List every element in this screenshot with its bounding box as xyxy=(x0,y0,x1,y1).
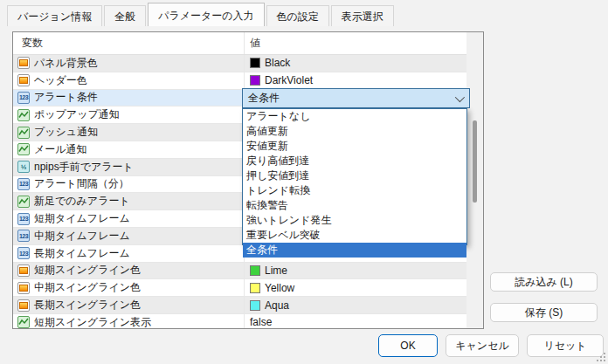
param-name: プッシュ通知 xyxy=(34,125,98,140)
param-name-cell: 長期スイングライン色 xyxy=(13,297,244,313)
scrollbar-thumb[interactable] xyxy=(473,120,477,203)
param-name: 長期タイムフレーム xyxy=(34,246,130,261)
param-name: アラート間隔（分） xyxy=(34,176,129,191)
chevron-down-icon xyxy=(455,92,465,101)
param-name-cell: 123 長期タイムフレーム xyxy=(13,245,244,262)
param-value-cell: Black xyxy=(244,55,466,72)
save-button[interactable]: 保存 (S) xyxy=(490,303,598,322)
cancel-button[interactable]: キャンセル xyxy=(446,334,519,357)
chart-icon xyxy=(17,143,30,155)
numeric-icon: 123 xyxy=(17,92,30,104)
param-value: DarkViolet xyxy=(265,74,313,86)
param-name-cell: プッシュ通知 xyxy=(13,124,244,141)
column-header-variable: 変数 xyxy=(13,36,244,51)
table-row[interactable]: 短期スイングライン色 Lime xyxy=(13,263,466,280)
dropdown-item[interactable]: トレンド転換 xyxy=(243,183,466,198)
param-name: npips手前でアラート xyxy=(34,160,134,175)
column-header-value: 値 xyxy=(244,32,466,54)
param-value-cell: Yellow xyxy=(244,279,466,296)
chart-icon xyxy=(17,316,30,328)
param-name-cell: 短期スイングライン色 xyxy=(13,263,244,279)
combobox-value: 全条件 xyxy=(248,91,280,106)
param-name-cell: 123 中期タイムフレーム xyxy=(13,228,244,244)
param-name: ヘッダー色 xyxy=(34,73,87,88)
color-swatch-icon xyxy=(17,282,30,294)
param-name: ポップアップ通知 xyxy=(34,107,120,122)
dropdown-item[interactable]: 高値更新 xyxy=(243,124,466,139)
table-header-row: 変数 値 xyxy=(13,32,466,55)
param-name: 短期スイングライン色 xyxy=(34,263,141,278)
color-swatch-icon xyxy=(17,74,30,86)
tab-active[interactable]: パラメーターの入力 xyxy=(148,3,264,26)
param-name-cell: 123 アラート条件 xyxy=(13,90,244,106)
param-name: 新足でのみアラート xyxy=(34,194,130,209)
indicator-settings-dialog: バージョン情報全般パラメーターの入力色の設定表示選択 変数 値 パネル背景色 B… xyxy=(0,0,608,364)
numeric-icon: 123 xyxy=(17,178,30,190)
param-name-cell: 123 短期タイムフレーム xyxy=(13,210,244,227)
param-name: 中期スイングライン色 xyxy=(34,280,141,295)
chart-icon xyxy=(17,127,30,139)
param-value-cell: Aqua xyxy=(244,297,466,313)
table-row[interactable]: パネル背景色 Black xyxy=(13,55,466,72)
table-row[interactable]: 短期スイングライン表示 false xyxy=(13,314,466,328)
table-row[interactable]: 長期スイングライン色 Aqua xyxy=(13,297,466,314)
param-value: Aqua xyxy=(265,299,289,312)
param-value-cell: false xyxy=(244,314,466,328)
param-name-cell: ヘッダー色 xyxy=(13,72,244,89)
tab-item[interactable]: 色の設定 xyxy=(266,5,329,26)
table-row[interactable]: ヘッダー色 DarkViolet xyxy=(13,72,466,90)
numeric-icon: 123 xyxy=(17,247,30,259)
param-value: Lime xyxy=(265,264,287,277)
load-button[interactable]: 読み込み (L) xyxy=(490,272,598,292)
dropdown-item[interactable]: 重要レベル突破 xyxy=(243,228,466,243)
param-name: アラート条件 xyxy=(34,90,98,105)
param-name-cell: 短期スイングライン表示 xyxy=(13,314,244,328)
color-swatch xyxy=(250,300,260,311)
dropdown-item[interactable]: 安値更新 xyxy=(243,139,466,154)
param-name: 短期タイムフレーム xyxy=(34,211,130,226)
param-name: 中期タイムフレーム xyxy=(34,229,130,244)
chart-icon xyxy=(17,196,30,208)
dropdown-item[interactable]: 強いトレンド発生 xyxy=(243,213,466,228)
param-name-cell: ポップアップ通知 xyxy=(13,106,244,123)
tab-bar: バージョン情報全般パラメーターの入力色の設定表示選択 xyxy=(7,3,396,26)
table-row[interactable]: 中期スイングライン色 Yellow xyxy=(13,279,466,297)
param-name: メール通知 xyxy=(34,142,87,157)
resize-grip-icon[interactable] xyxy=(596,352,605,361)
numeric-icon: 123 xyxy=(17,230,30,242)
ok-button[interactable]: OK xyxy=(378,334,438,357)
alert-condition-combobox[interactable]: 全条件 xyxy=(242,88,470,108)
param-value-cell: DarkViolet xyxy=(244,72,466,89)
alert-condition-dropdown: アラートなし高値更新安値更新戻り高値到達押し安値到達トレンド転換転換警告強いトレ… xyxy=(242,108,467,245)
param-name: 短期スイングライン表示 xyxy=(34,315,151,328)
numeric-icon: 123 xyxy=(17,213,30,225)
dropdown-item[interactable]: 押し安値到達 xyxy=(243,168,466,183)
fraction-icon: ½ xyxy=(17,161,30,173)
reset-button[interactable]: リセット xyxy=(527,334,604,357)
color-swatch-icon xyxy=(17,57,30,69)
dropdown-item[interactable]: 全条件 xyxy=(243,243,466,258)
color-swatch-icon xyxy=(17,299,30,312)
dropdown-item[interactable]: アラートなし xyxy=(243,109,466,124)
tab-item[interactable]: 表示選択 xyxy=(331,5,394,26)
color-swatch xyxy=(250,75,260,86)
color-swatch xyxy=(250,283,260,293)
param-name: 長期スイングライン色 xyxy=(34,298,141,312)
param-name-cell: メール通知 xyxy=(13,141,244,158)
color-swatch-icon xyxy=(17,264,30,277)
param-name-cell: ½ npips手前でアラート xyxy=(13,159,244,175)
param-name-cell: 123 アラート間隔（分） xyxy=(13,176,244,193)
param-name: パネル背景色 xyxy=(34,56,98,71)
chart-icon xyxy=(17,109,30,121)
dropdown-item[interactable]: 転換警告 xyxy=(243,198,466,213)
tab-item[interactable]: バージョン情報 xyxy=(7,5,102,26)
tab-item[interactable]: 全般 xyxy=(104,5,146,26)
dropdown-item[interactable]: 戻り高値到達 xyxy=(243,154,466,168)
param-value: Yellow xyxy=(265,282,294,294)
color-swatch xyxy=(250,58,260,68)
param-name-cell: パネル背景色 xyxy=(13,55,244,72)
param-value: false xyxy=(250,316,272,328)
color-swatch xyxy=(250,265,260,276)
param-name-cell: 中期スイングライン色 xyxy=(13,279,244,296)
param-value: Black xyxy=(265,57,290,69)
